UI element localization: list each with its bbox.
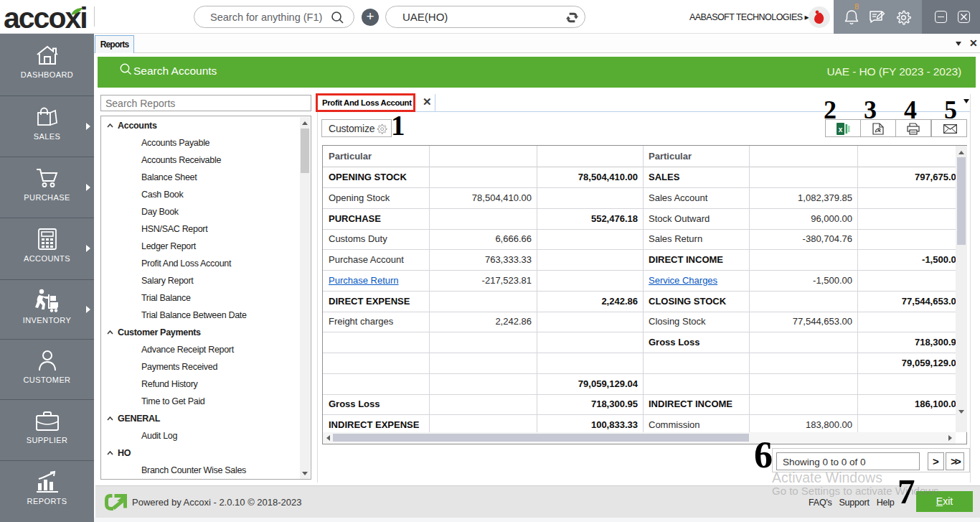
svg-text:x: x: [839, 126, 843, 134]
